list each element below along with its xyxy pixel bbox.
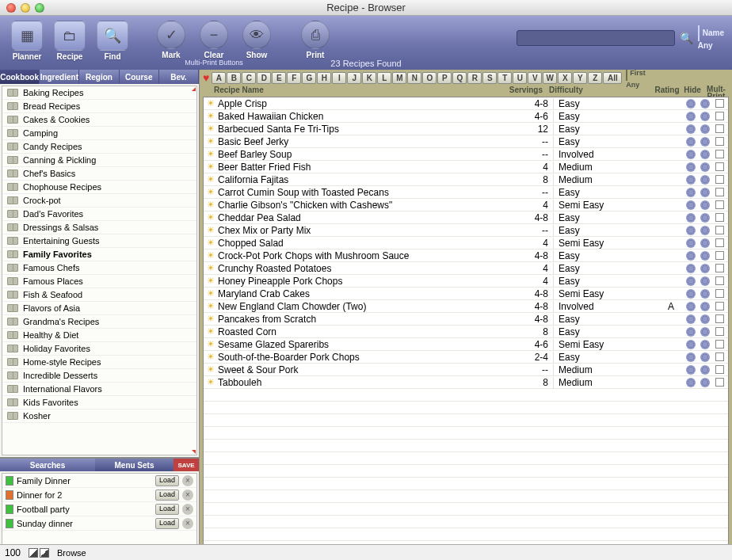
- multi-print-checkbox[interactable]: [712, 238, 726, 247]
- alpha-s-button[interactable]: S: [482, 72, 497, 84]
- category-item[interactable]: Baking Recipes: [2, 86, 196, 100]
- delete-button[interactable]: ×: [182, 518, 193, 529]
- category-item[interactable]: Crock-pot: [2, 194, 196, 208]
- menu-sets-tab[interactable]: Menu Sets: [95, 459, 173, 471]
- category-item[interactable]: Family Favorites: [2, 248, 196, 261]
- saved-search-item[interactable]: Football partyLoad×: [2, 502, 196, 516]
- alpha-g-button[interactable]: G: [302, 72, 316, 84]
- multi-gear[interactable]: [698, 150, 712, 159]
- col-rating[interactable]: Rating: [653, 86, 681, 97]
- recipe-row[interactable]: ☀Chex Mix or Party Mix--Easy: [204, 224, 728, 237]
- recipe-row[interactable]: ☀California Fajitas8Medium: [204, 173, 728, 186]
- category-item[interactable]: Holiday Favorites: [2, 342, 196, 356]
- tab-course[interactable]: Course: [120, 70, 159, 84]
- multi-gear[interactable]: [698, 352, 712, 362]
- searches-tab[interactable]: Searches: [0, 459, 95, 471]
- col-recipe-name[interactable]: Recipe Name: [203, 86, 503, 97]
- hide-gear[interactable]: [684, 327, 698, 337]
- recipe-row[interactable]: ☀Roasted Corn8Easy: [204, 326, 728, 338]
- alpha-d-button[interactable]: D: [257, 72, 271, 84]
- recipe-row[interactable]: ☀Tabbouleh8Medium: [204, 376, 728, 389]
- load-button[interactable]: Load: [155, 475, 179, 486]
- col-hide[interactable]: Hide: [681, 86, 703, 97]
- multi-print-checkbox[interactable]: [712, 378, 726, 387]
- hide-gear[interactable]: [684, 314, 698, 324]
- hide-gear[interactable]: [684, 276, 698, 286]
- mode-label[interactable]: Browse: [57, 548, 86, 558]
- hide-gear[interactable]: [684, 378, 698, 387]
- hide-gear[interactable]: [684, 162, 698, 172]
- multi-print-checkbox[interactable]: [712, 226, 726, 234]
- category-item[interactable]: Chef's Basics: [2, 167, 196, 181]
- alpha-o-button[interactable]: O: [422, 72, 437, 84]
- recipe-button[interactable]: 🗀Recipe: [51, 19, 89, 61]
- recipe-row[interactable]: ☀Charlie Gibson's "Chicken with Cashews"…: [204, 199, 728, 211]
- category-item[interactable]: Candy Recipes: [2, 140, 196, 154]
- multi-print-checkbox[interactable]: [712, 314, 726, 323]
- category-item[interactable]: Canning & Pickling: [2, 154, 196, 167]
- category-item[interactable]: Famous Places: [2, 275, 196, 288]
- hide-gear[interactable]: [684, 289, 698, 299]
- mark-button[interactable]: ✓Mark: [152, 19, 190, 59]
- hide-gear[interactable]: [684, 251, 698, 261]
- load-button[interactable]: Load: [155, 504, 179, 515]
- saved-search-item[interactable]: Dinner for 2Load×: [2, 488, 196, 502]
- multi-gear[interactable]: [698, 365, 712, 375]
- recipe-row[interactable]: ☀New England Clam Chowder (Two)4-8Involv…: [204, 300, 728, 313]
- category-item[interactable]: Entertaining Guests: [2, 234, 196, 248]
- category-item[interactable]: Flavors of Asia: [2, 302, 196, 315]
- recipe-row[interactable]: ☀Crock-Pot Pork Chops with Mushroom Sauc…: [204, 250, 728, 262]
- alpha-q-button[interactable]: Q: [452, 72, 467, 84]
- multi-gear[interactable]: [698, 175, 712, 185]
- recipe-row[interactable]: ☀Carrot Cumin Soup with Toasted Pecans--…: [204, 186, 728, 199]
- recipe-row[interactable]: ☀Sweet & Sour Pork--Medium: [204, 364, 728, 376]
- tab-region[interactable]: Region: [79, 70, 119, 84]
- recipe-row[interactable]: ☀Crunchy Roasted Potatoes4Easy: [204, 262, 728, 275]
- recipe-row[interactable]: ☀Apple Crisp4-8Easy: [204, 97, 728, 110]
- alpha-m-button[interactable]: M: [392, 72, 406, 84]
- alpha-x-button[interactable]: X: [558, 72, 572, 84]
- alpha-r-button[interactable]: R: [467, 72, 482, 84]
- recipe-row[interactable]: ☀Maryland Crab Cakes4-8Semi Easy: [204, 288, 728, 300]
- hide-gear[interactable]: [684, 264, 698, 273]
- multi-gear[interactable]: [698, 112, 712, 121]
- view-icon-2[interactable]: [40, 548, 49, 558]
- multi-print-checkbox[interactable]: [712, 188, 726, 196]
- category-list[interactable]: Baking RecipesBread RecipesCakes & Cooki…: [2, 86, 197, 455]
- delete-button[interactable]: ×: [182, 490, 193, 501]
- multi-print-checkbox[interactable]: [712, 124, 726, 133]
- multi-gear[interactable]: [698, 251, 712, 261]
- category-item[interactable]: Chophouse Recipes: [2, 181, 196, 194]
- category-item[interactable]: Healthy & Diet: [2, 329, 196, 342]
- multi-print-checkbox[interactable]: [712, 352, 726, 361]
- recipe-row[interactable]: ☀Honey Pineapple Pork Chops4Easy: [204, 275, 728, 288]
- alpha-h-button[interactable]: H: [317, 72, 331, 84]
- recipe-row[interactable]: ☀Pancakes from Scratch4-8Easy: [204, 313, 728, 326]
- tab-cookbook[interactable]: Cookbook: [0, 70, 40, 84]
- saved-search-item[interactable]: Family DinnerLoad×: [2, 474, 196, 488]
- multi-gear[interactable]: [698, 200, 712, 210]
- recipe-row[interactable]: ☀Chopped Salad4Semi Easy: [204, 237, 728, 250]
- tab-ingredient[interactable]: Ingredient: [40, 70, 79, 84]
- recipe-row[interactable]: ☀Beer Batter Fried Fish4Medium: [204, 161, 728, 173]
- hide-gear[interactable]: [684, 99, 698, 109]
- load-button[interactable]: Load: [155, 518, 179, 529]
- multi-gear[interactable]: [698, 162, 712, 172]
- recipe-row[interactable]: ☀South-of-the-Boarder Pork Chops2-4Easy: [204, 351, 728, 364]
- show-button[interactable]: 👁Show: [238, 19, 276, 59]
- category-item[interactable]: Kosher: [2, 410, 196, 423]
- delete-button[interactable]: ×: [182, 475, 193, 486]
- multi-gear[interactable]: [698, 314, 712, 324]
- col-servings[interactable]: Servings: [503, 86, 546, 97]
- search-icon[interactable]: 🔍: [680, 32, 693, 44]
- multi-print-checkbox[interactable]: [712, 289, 726, 298]
- hide-gear[interactable]: [684, 124, 698, 134]
- multi-gear[interactable]: [698, 264, 712, 273]
- alpha-a-button[interactable]: A: [212, 72, 226, 84]
- hide-gear[interactable]: [684, 175, 698, 185]
- alpha-v-button[interactable]: V: [528, 72, 542, 84]
- multi-print-checkbox[interactable]: [712, 137, 726, 146]
- multi-gear[interactable]: [698, 213, 712, 223]
- multi-gear[interactable]: [698, 226, 712, 235]
- alpha-f-button[interactable]: F: [287, 72, 301, 84]
